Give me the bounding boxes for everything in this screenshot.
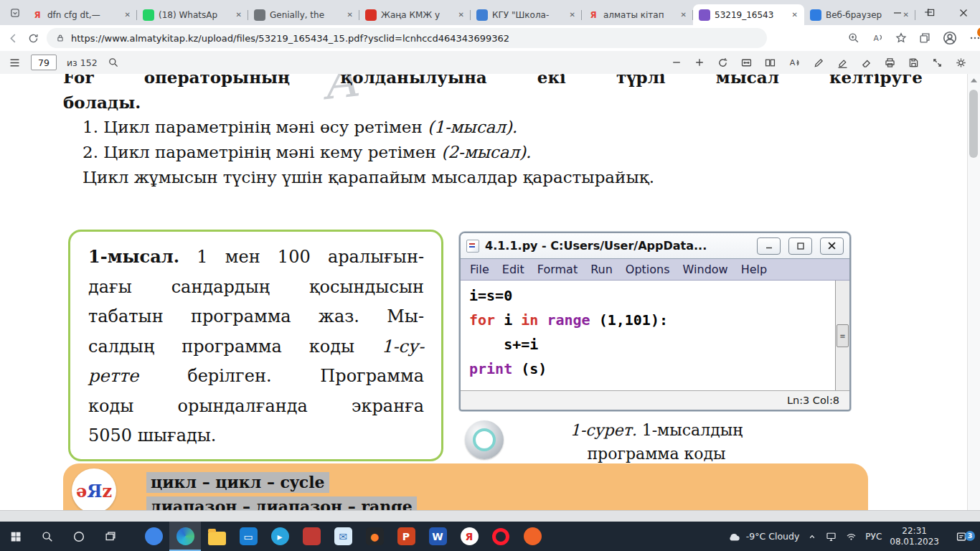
rotate-icon[interactable] bbox=[717, 57, 729, 69]
taskbar-app-powerpoint[interactable]: P bbox=[390, 522, 422, 551]
tab[interactable]: КГУ "Школа-✕ bbox=[471, 4, 582, 25]
tab-close-icon[interactable]: ✕ bbox=[680, 11, 687, 19]
idle-scrollbar-thumb[interactable]: ≡ bbox=[837, 324, 849, 347]
tab-strip-tabs: Яdfn cfg dt,—✕(18) WhatsAp✕Genially, the… bbox=[26, 0, 915, 25]
highlighter-icon[interactable] bbox=[837, 57, 849, 69]
taskbar-app-yandex[interactable]: Я bbox=[453, 522, 485, 551]
taskbar-app-edge[interactable] bbox=[169, 522, 201, 551]
taskbar-app-word[interactable]: W bbox=[422, 522, 453, 551]
refresh-icon[interactable] bbox=[27, 32, 39, 44]
translate-icon[interactable]: A bbox=[871, 32, 884, 44]
dictionary-term: цикл – цикл – cycle bbox=[146, 470, 417, 494]
url-field[interactable]: https://www.almatykitap.kz/upload/files/… bbox=[47, 28, 767, 48]
pdf-page: А For операторының қолданылуына екі түрл… bbox=[0, 74, 968, 510]
dictionary-terms: цикл – цикл – cycleдиапазон – диапазон –… bbox=[146, 470, 417, 510]
taskbar: ▭▸✉●PWЯ -9°C Cloudy РУС 22:31 08.01.2023… bbox=[0, 522, 980, 551]
idle-maximize-button[interactable] bbox=[788, 237, 812, 255]
tab-close-icon[interactable]: ✕ bbox=[124, 11, 131, 19]
idle-menu-run[interactable]: Run bbox=[584, 263, 619, 276]
expand-icon[interactable] bbox=[931, 57, 943, 69]
idle-window-title: 4.1.1.py - C:Users/User/AppData... bbox=[485, 239, 749, 253]
pdf-vertical-scrollbar[interactable] bbox=[967, 74, 980, 510]
taskbar-app-opera[interactable] bbox=[485, 522, 517, 551]
read-aloud-icon[interactable]: A bbox=[788, 57, 801, 69]
idle-menu-format[interactable]: Format bbox=[531, 263, 584, 276]
action-center-icon[interactable]: 3 bbox=[947, 530, 976, 543]
tab-close-icon[interactable]: ✕ bbox=[235, 11, 242, 19]
tab-title: (18) WhatsAp bbox=[159, 10, 231, 20]
idle-menu-options[interactable]: Options bbox=[619, 263, 677, 276]
window-controls bbox=[881, 0, 980, 25]
idle-minimize-button[interactable] bbox=[757, 237, 781, 255]
yandex-icon: Я bbox=[461, 527, 479, 545]
taskbar-app-explorer[interactable] bbox=[201, 522, 232, 551]
save-icon[interactable] bbox=[908, 57, 920, 69]
close-button[interactable] bbox=[947, 0, 980, 25]
clock[interactable]: 22:31 08.01.2023 bbox=[890, 526, 939, 547]
language-indicator[interactable]: РУС bbox=[865, 532, 882, 542]
tab-title: алматы кітап bbox=[603, 10, 676, 20]
word-icon: W bbox=[429, 527, 447, 545]
start-button[interactable] bbox=[0, 522, 32, 551]
idle-menu-window[interactable]: Window bbox=[677, 263, 735, 276]
scrollbar-thumb[interactable] bbox=[969, 90, 978, 158]
tab-close-icon[interactable]: ✕ bbox=[791, 11, 798, 19]
tab[interactable]: (18) WhatsAp✕ bbox=[137, 4, 248, 25]
eraser-icon[interactable] bbox=[860, 57, 872, 69]
tab-active[interactable]: 53219_16543✕ bbox=[693, 4, 804, 25]
tab-actions-icon[interactable] bbox=[6, 4, 24, 22]
tab-close-icon[interactable]: ✕ bbox=[347, 11, 354, 19]
network-icon[interactable] bbox=[825, 530, 837, 542]
wifi-icon[interactable] bbox=[845, 530, 857, 542]
weather-widget[interactable]: -9°C Cloudy bbox=[727, 529, 800, 544]
zoom-in-icon[interactable] bbox=[847, 32, 860, 44]
tab[interactable]: Жаңа КМЖ у✕ bbox=[359, 4, 471, 25]
idle-menu-edit[interactable]: Edit bbox=[496, 263, 531, 276]
zoom-out-icon[interactable] bbox=[671, 57, 682, 68]
dictionary-logo: әЯz bbox=[72, 468, 116, 510]
pdf-toolbar: 79 из 152 A bbox=[0, 51, 980, 75]
tab[interactable]: Яалматы кітап✕ bbox=[582, 4, 693, 25]
idle-menubar: FileEditFormatRunOptionsWindowHelp bbox=[461, 259, 849, 281]
tray-chevron-icon[interactable] bbox=[807, 532, 817, 542]
idle-close-button[interactable] bbox=[820, 237, 844, 255]
taskbar-app-red-app[interactable] bbox=[296, 522, 327, 551]
page-view-icon[interactable] bbox=[764, 57, 776, 69]
taskbar-app-orange-app[interactable] bbox=[517, 522, 548, 551]
cortana-icon[interactable] bbox=[63, 522, 95, 551]
idle-scrollbar[interactable]: ≡ bbox=[835, 281, 849, 390]
svg-text:A: A bbox=[790, 58, 796, 67]
more-menu-icon[interactable]: 1 bbox=[969, 32, 980, 44]
taskbar-app-sphere[interactable] bbox=[138, 522, 169, 551]
taskbar-app-blender[interactable]: ● bbox=[359, 522, 390, 551]
taskbar-app-store[interactable]: ▭ bbox=[232, 522, 264, 551]
tab-close-icon[interactable]: ✕ bbox=[458, 11, 465, 19]
page-number-input[interactable]: 79 bbox=[31, 55, 57, 70]
search-icon[interactable] bbox=[108, 57, 119, 68]
taskbar-app-mail[interactable]: ✉ bbox=[327, 522, 359, 551]
lock-icon bbox=[55, 33, 65, 43]
toc-menu-icon[interactable] bbox=[9, 57, 21, 69]
fit-width-icon[interactable] bbox=[740, 57, 753, 69]
taskbar-search-icon[interactable] bbox=[32, 522, 63, 551]
maximize-button[interactable] bbox=[914, 0, 947, 25]
back-icon[interactable] bbox=[7, 32, 20, 44]
idle-menu-file[interactable]: File bbox=[463, 263, 496, 276]
print-icon[interactable] bbox=[884, 57, 896, 69]
powerpoint-icon: P bbox=[397, 527, 415, 545]
favorites-star-icon[interactable] bbox=[895, 32, 908, 44]
tab[interactable]: Genially, the✕ bbox=[248, 4, 359, 25]
zoom-in-icon[interactable] bbox=[694, 57, 705, 68]
page-count-label: из 152 bbox=[67, 57, 98, 68]
minimize-button[interactable] bbox=[881, 0, 914, 25]
settings-gear-icon[interactable] bbox=[955, 57, 967, 69]
tab[interactable]: Яdfn cfg dt,—✕ bbox=[26, 4, 137, 25]
collections-icon[interactable] bbox=[918, 32, 931, 44]
profile-avatar[interactable] bbox=[942, 30, 958, 46]
idle-menu-help[interactable]: Help bbox=[735, 263, 773, 276]
idle-code-area[interactable]: i=s=0for i in range (1,101): s+=iprint (… bbox=[461, 281, 836, 390]
tab-close-icon[interactable]: ✕ bbox=[569, 11, 576, 19]
task-view-icon[interactable] bbox=[95, 522, 126, 551]
taskbar-app-telegram[interactable]: ▸ bbox=[264, 522, 296, 551]
draw-pen-icon[interactable] bbox=[813, 57, 825, 69]
